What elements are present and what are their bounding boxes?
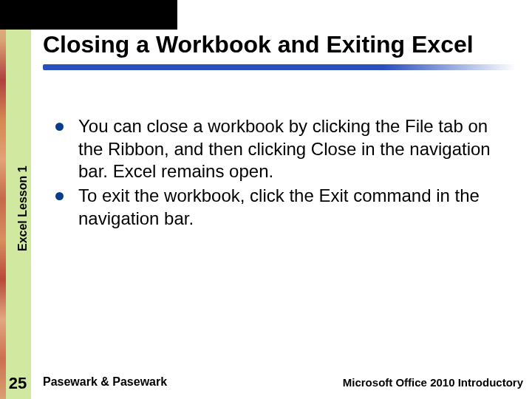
slide-title: Closing a Workbook and Exiting Excel xyxy=(43,31,516,58)
top-black-box xyxy=(0,0,177,30)
list-item: To exit the workbook, click the Exit com… xyxy=(55,185,514,230)
title-underline xyxy=(43,64,516,70)
bullet-icon xyxy=(55,123,64,131)
page-number: 25 xyxy=(4,374,31,393)
list-item: You can close a workbook by clicking the… xyxy=(55,115,514,183)
footer: Pasewark & Pasewark Microsoft Office 201… xyxy=(43,375,523,389)
footer-book-title: Microsoft Office 2010 Introductory xyxy=(343,376,523,389)
content-area: You can close a workbook by clicking the… xyxy=(55,115,514,232)
bullet-text: To exit the workbook, click the Exit com… xyxy=(78,185,514,230)
footer-author: Pasewark & Pasewark xyxy=(43,375,167,389)
bullet-icon xyxy=(55,192,64,200)
sidebar-lesson-label: Excel Lesson 1 xyxy=(16,166,30,251)
title-area: Closing a Workbook and Exiting Excel xyxy=(43,31,516,70)
bullet-text: You can close a workbook by clicking the… xyxy=(78,115,514,183)
decorative-left-stripe xyxy=(0,0,6,399)
